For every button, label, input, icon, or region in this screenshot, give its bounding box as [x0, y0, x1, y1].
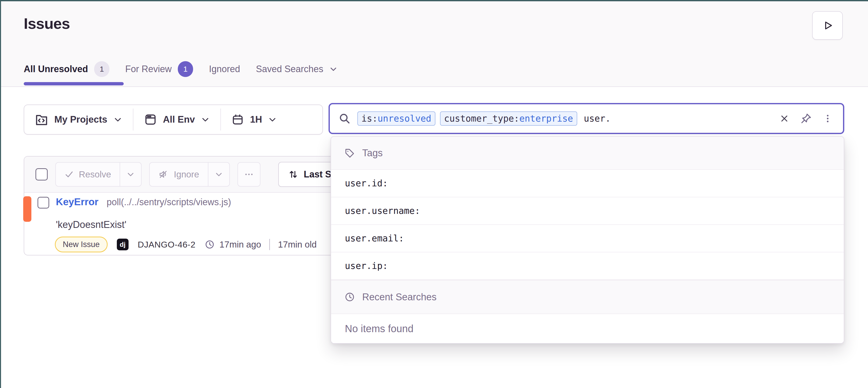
projects-icon — [35, 113, 48, 126]
tab-saved-searches[interactable]: Saved Searches — [256, 64, 337, 74]
tags-section-header: Tags — [331, 137, 844, 170]
search-token[interactable]: customer_type:enterprise — [440, 111, 577, 126]
tab-label: All Unresolved — [24, 64, 88, 74]
chevron-down-icon — [329, 65, 337, 73]
page-title: Issues — [24, 15, 70, 32]
tags-section-title: Tags — [362, 148, 382, 159]
chevron-down-icon — [201, 115, 210, 124]
new-issue-badge: New Issue — [55, 236, 107, 252]
tab-count-badge: 1 — [178, 61, 193, 77]
search-actions — [779, 113, 834, 124]
recent-searches-title: Recent Searches — [362, 292, 437, 302]
time-range-dropdown[interactable]: 1H — [221, 105, 287, 134]
project-filter-dropdown[interactable]: My Projects — [24, 105, 133, 134]
project-filter-label: My Projects — [54, 114, 107, 125]
ignore-split-button: Ignore — [149, 162, 229, 187]
environment-filter-dropdown[interactable]: All Env — [133, 105, 220, 134]
token-key: customer_type: — [444, 114, 519, 124]
window-icon — [144, 113, 157, 126]
replay-tour-button[interactable] — [812, 11, 843, 40]
autocomplete-item-user-email[interactable]: user.email: — [331, 225, 844, 252]
autocomplete-item-user-ip[interactable]: user.ip: — [331, 252, 844, 280]
tab-label: Ignored — [209, 64, 240, 74]
error-level-bar — [23, 196, 31, 222]
tab-label: For Review — [125, 64, 172, 74]
recent-searches-section-header: Recent Searches — [331, 280, 844, 314]
tab-ignored[interactable]: Ignored — [209, 64, 240, 74]
tab-all-unresolved[interactable]: All Unresolved 1 — [24, 61, 110, 77]
resolve-button[interactable]: Resolve — [56, 163, 120, 186]
checkmark-icon — [65, 170, 74, 179]
resolve-label: Resolve — [79, 169, 111, 180]
tag-icon — [344, 148, 355, 158]
play-icon — [822, 20, 833, 31]
search-token[interactable]: is:unresolved — [358, 111, 435, 126]
chevron-down-icon — [114, 115, 122, 124]
issue-meta-row: New Issue dj DJANGO-46-2 17min ago 17min… — [55, 236, 317, 252]
mute-icon — [158, 169, 168, 180]
django-platform-icon: dj — [117, 238, 129, 250]
ignore-button[interactable]: Ignore — [150, 163, 208, 186]
time-range-label: 1H — [250, 114, 262, 125]
clear-search-button[interactable] — [779, 114, 789, 124]
screen-edge-left — [0, 0, 1, 388]
screen-edge-top — [0, 0, 868, 1]
environment-filter-label: All Env — [163, 114, 195, 125]
select-all-checkbox[interactable] — [35, 168, 48, 181]
autocomplete-item-user-username[interactable]: user.username: — [331, 197, 844, 225]
recent-searches-empty-state: No items found — [331, 314, 844, 343]
resolve-dropdown-button[interactable] — [120, 163, 141, 186]
search-menu-button[interactable] — [823, 114, 833, 124]
search-typed-text[interactable]: user. — [584, 114, 611, 124]
tab-label: Saved Searches — [256, 64, 323, 74]
ignore-label: Ignore — [174, 169, 199, 180]
sort-arrows-icon — [288, 169, 298, 180]
search-icon — [339, 112, 351, 125]
more-actions-button[interactable] — [238, 162, 260, 187]
issue-location: poll(../../sentry/scripts/views.js) — [106, 197, 231, 207]
filter-bar: My Projects All Env — [24, 104, 323, 135]
issue-select-checkbox[interactable] — [37, 197, 49, 208]
pin-search-button[interactable] — [800, 113, 812, 124]
clock-icon — [344, 292, 355, 302]
tab-for-review[interactable]: For Review 1 — [125, 61, 193, 77]
issue-message: 'keyDoesntExist' — [56, 219, 126, 230]
issue-age: 17min old — [278, 239, 317, 250]
calendar-icon — [231, 114, 244, 126]
active-tab-underline — [24, 82, 124, 86]
chevron-down-icon — [268, 115, 277, 124]
search-autocomplete-dropdown: Tags user.id: user.username: user.email:… — [331, 136, 844, 344]
resolve-split-button: Resolve — [55, 162, 142, 187]
ignore-dropdown-button[interactable] — [208, 163, 229, 186]
issue-title-link[interactable]: KeyError — [56, 196, 98, 207]
search-token-list: is:unresolved customer_type:enterprise — [358, 111, 577, 126]
issue-last-seen: 17min ago — [219, 239, 261, 250]
autocomplete-item-user-id[interactable]: user.id: — [331, 170, 844, 197]
time-divider — [269, 239, 270, 250]
project-short-id[interactable]: DJANGO-46-2 — [138, 239, 196, 250]
token-value: unresolved — [377, 114, 431, 124]
issue-headline: KeyError poll(../../sentry/scripts/views… — [56, 196, 231, 207]
token-value: enterprise — [519, 114, 573, 124]
token-key: is: — [362, 114, 377, 124]
issue-times: 17min ago 17min old — [205, 239, 316, 250]
clock-icon — [205, 239, 215, 250]
issues-tabs: All Unresolved 1 For Review 1 Ignored Sa… — [24, 61, 337, 77]
tab-count-badge: 1 — [94, 61, 110, 77]
issue-search-bar[interactable]: is:unresolved customer_type:enterprise u… — [329, 103, 844, 134]
